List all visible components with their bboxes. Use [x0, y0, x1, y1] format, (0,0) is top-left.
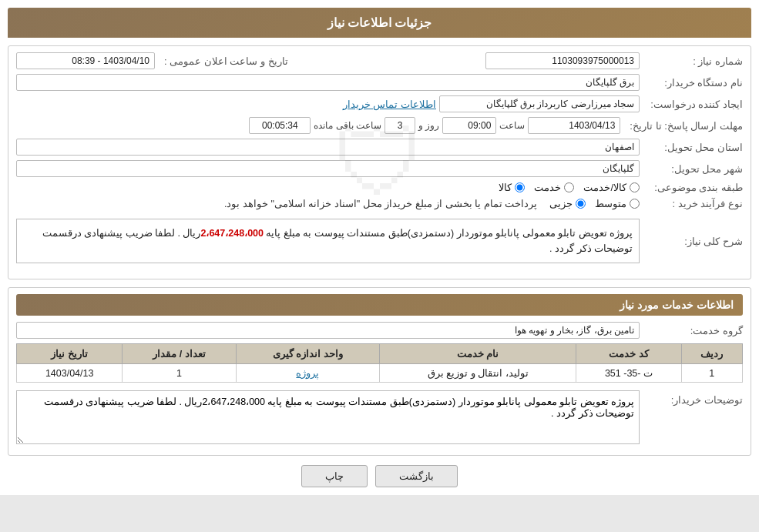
table-cell: 1	[681, 364, 742, 383]
process-radio-1[interactable]	[576, 199, 586, 209]
table-cell: 1	[123, 364, 236, 383]
table-cell: 1403/04/13	[17, 364, 123, 383]
button-group: بازگشت چاپ	[8, 465, 751, 487]
col-row-num: ردیف	[681, 344, 742, 364]
col-unit: واحد اندازه گیری	[236, 344, 379, 364]
announce-date-label: تاریخ و ساعت اعلان عمومی :	[158, 55, 288, 67]
province-label: استان محل تحویل:	[643, 142, 743, 153]
process-option-1[interactable]: جزیی	[549, 198, 586, 209]
requester-input[interactable]	[439, 95, 640, 112]
category-label: طبقه بندی موضوعی:	[643, 182, 743, 193]
table-cell: پروژه	[236, 364, 379, 383]
process-note: پرداخت تمام یا بخشی از مبلغ خریداز محل "…	[224, 198, 537, 209]
process-radio-group: متوسط جزیی	[549, 198, 640, 209]
need-number-label: شماره نیاز :	[643, 55, 743, 67]
print-button[interactable]: چاپ	[301, 465, 368, 487]
category-radio-group: کالا/خدمت خدمت کالا	[499, 182, 640, 193]
buyer-desc-row: توضیحات خریدار: پروژه تعویض تابلو معمولی…	[16, 390, 743, 444]
buyer-desc-label: توضیحات خریدار:	[643, 394, 743, 406]
service-group-label: گروه خدمت:	[643, 325, 743, 336]
deadline-date-input[interactable]	[528, 117, 620, 134]
buyer-station-label: نام دستگاه خریدار:	[643, 77, 743, 89]
process-option-2[interactable]: متوسط	[595, 198, 640, 209]
col-code: کد خدمت	[576, 344, 681, 364]
deadline-remaining-input[interactable]	[249, 117, 311, 134]
deadline-days-label: روز و	[418, 120, 439, 131]
service-section: اطلاعات خدمات مورد نیاز گروه خدمت: ردیف …	[8, 287, 751, 456]
deadline-time-input[interactable]	[442, 117, 496, 134]
need-number-input[interactable]	[485, 52, 640, 69]
deadline-remaining-label: ساعت باقی مانده	[314, 120, 381, 131]
city-input[interactable]	[16, 160, 640, 177]
city-label: شهر محل تحویل:	[643, 163, 743, 175]
category-option-3[interactable]: کالا/خدمت	[583, 182, 640, 193]
service-group-row: گروه خدمت:	[16, 322, 743, 339]
deadline-days-input[interactable]	[385, 117, 415, 134]
category-label-1: کالا	[499, 182, 512, 193]
description-label: شرح کلی نیاز:	[643, 236, 743, 247]
announce-date-input[interactable]	[16, 52, 155, 69]
process-label-1: جزیی	[549, 198, 573, 209]
process-row: نوع فرآیند خرید : متوسط جزیی پرداخت تمام…	[16, 198, 743, 209]
service-group-input[interactable]	[16, 322, 640, 339]
amount-highlight: 2،647،248،000	[200, 228, 264, 239]
category-option-2[interactable]: خدمت	[534, 182, 574, 193]
category-label-3: کالا/خدمت	[583, 182, 626, 193]
requester-row: ایجاد کننده درخواست: اطلاعات تماس خریدار	[16, 95, 743, 112]
category-radio-3[interactable]	[630, 182, 640, 192]
buyer-desc-textarea[interactable]: پروژه تعویض تابلو معمولی پانابلو موتوردا…	[16, 390, 640, 444]
need-number-row: شماره نیاز : تاریخ و ساعت اعلان عمومی :	[16, 52, 743, 69]
col-date: تاریخ نیاز	[17, 344, 123, 364]
province-input[interactable]	[16, 139, 640, 156]
deadline-label: مهلت ارسال پاسخ: تا تاریخ:	[623, 120, 743, 132]
province-row: استان محل تحویل:	[16, 139, 743, 156]
services-table: ردیف کد خدمت نام خدمت واحد اندازه گیری ت…	[16, 343, 743, 383]
main-section: 🛡 شماره نیاز : تاریخ و ساعت اعلان عمومی …	[8, 45, 751, 279]
category-option-1[interactable]: کالا	[499, 182, 525, 193]
col-name: نام خدمت	[380, 344, 576, 364]
process-label-2: متوسط	[595, 198, 626, 209]
contact-link[interactable]: اطلاعات تماس خریدار	[343, 99, 436, 110]
table-cell: تولید، انتقال و توزیع برق	[380, 364, 576, 383]
requester-label: ایجاد کننده درخواست:	[643, 99, 743, 110]
table-cell: ت -35- 351	[576, 364, 681, 383]
category-row: طبقه بندی موضوعی: کالا/خدمت خدمت کالا	[16, 182, 743, 193]
description-box: پروژه تعویض تابلو معمولی پانابلو موتوردا…	[16, 219, 640, 263]
col-qty: تعداد / مقدار	[123, 344, 236, 364]
category-label-2: خدمت	[534, 182, 561, 193]
page-title: جزئیات اطلاعات نیاز	[8, 8, 751, 38]
buyer-station-input[interactable]	[16, 74, 640, 91]
city-row: شهر محل تحویل:	[16, 160, 743, 177]
service-section-title: اطلاعات خدمات مورد نیاز	[16, 294, 743, 316]
buyer-station-row: نام دستگاه خریدار:	[16, 74, 743, 91]
category-radio-1[interactable]	[515, 182, 525, 192]
deadline-row: مهلت ارسال پاسخ: تا تاریخ: ساعت روز و سا…	[16, 117, 743, 134]
category-radio-2[interactable]	[564, 182, 574, 192]
page-wrapper: جزئیات اطلاعات نیاز 🛡 شماره نیاز : تاریخ…	[0, 0, 759, 495]
table-row: 1ت -35- 351تولید، انتقال و توزیع برقپروژ…	[17, 364, 743, 383]
process-radio-2[interactable]	[630, 199, 640, 209]
deadline-time-label: ساعت	[499, 120, 525, 131]
process-label: نوع فرآیند خرید :	[643, 198, 743, 209]
back-button[interactable]: بازگشت	[375, 465, 458, 487]
description-row: شرح کلی نیاز: پروژه تعویض تابلو معمولی پ…	[16, 214, 743, 268]
